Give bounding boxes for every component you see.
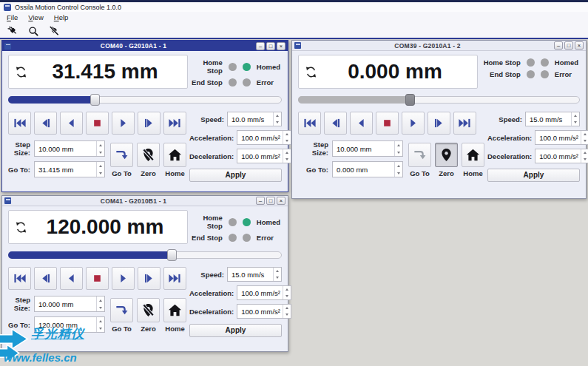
speed-input[interactable]: 15.0 mm/s <box>525 112 580 126</box>
deceleration-input[interactable]: 100.0 mm/s² <box>237 149 291 163</box>
minimize-button[interactable]: – <box>256 42 265 50</box>
spin-down-icon[interactable] <box>283 293 291 299</box>
stop-button[interactable] <box>86 267 109 290</box>
play-forward-button[interactable] <box>112 267 135 290</box>
maximize-button[interactable]: □ <box>266 197 275 205</box>
close-button[interactable]: × <box>575 41 584 50</box>
minimize-button[interactable]: – <box>554 41 563 50</box>
slider-handle[interactable] <box>90 94 100 106</box>
detect-devices-magnifier-icon[interactable] <box>27 24 40 38</box>
step-size-input[interactable]: 10.000 mm <box>34 296 105 312</box>
window-titlebar[interactable]: COM40 - G2010A1 - 1 – □ × <box>2 41 288 51</box>
disconnect-plug-icon[interactable] <box>47 24 61 38</box>
spin-down-icon[interactable] <box>395 169 402 177</box>
apply-button[interactable]: Apply <box>189 169 282 182</box>
position-slider[interactable] <box>8 249 282 261</box>
play-forward-button[interactable] <box>402 112 425 135</box>
step-back-button[interactable] <box>34 267 57 290</box>
maximize-button[interactable]: □ <box>266 42 275 50</box>
slider-handle[interactable] <box>167 249 177 261</box>
home-button[interactable] <box>163 298 186 322</box>
spin-up-icon[interactable] <box>572 112 579 119</box>
spin-down-icon[interactable] <box>274 119 281 126</box>
jog-back-button[interactable] <box>60 112 83 135</box>
connect-plug-icon[interactable] <box>6 24 19 38</box>
step-forward-button[interactable] <box>428 112 450 135</box>
spin-up-icon[interactable] <box>97 296 104 304</box>
spin-down-icon[interactable] <box>581 138 588 144</box>
step-back-button[interactable] <box>324 112 347 135</box>
spin-down-icon[interactable] <box>395 149 402 156</box>
stop-button[interactable] <box>376 112 399 135</box>
spin-down-icon[interactable] <box>572 119 579 126</box>
play-forward-button[interactable] <box>112 112 135 135</box>
home-button[interactable] <box>462 143 484 167</box>
spin-up-icon[interactable] <box>395 141 402 149</box>
minimize-button[interactable]: – <box>256 197 265 205</box>
spin-down-icon[interactable] <box>97 149 104 156</box>
go-to-button[interactable] <box>408 143 431 167</box>
spin-up-icon[interactable] <box>283 131 291 138</box>
step-back-button[interactable] <box>34 112 57 135</box>
skip-to-end-button[interactable] <box>453 112 476 135</box>
close-button[interactable]: × <box>277 42 285 50</box>
spin-up-icon[interactable] <box>283 149 291 156</box>
menu-help[interactable]: Help <box>50 13 73 22</box>
skip-to-start-button[interactable] <box>8 267 31 290</box>
menu-file[interactable]: File <box>2 13 22 22</box>
stop-button[interactable] <box>86 112 109 135</box>
spin-up-icon[interactable] <box>97 141 104 149</box>
spin-down-icon[interactable] <box>274 274 281 281</box>
acceleration-input[interactable]: 100.0 mm/s² <box>237 130 291 145</box>
go-to-input[interactable]: 120.000 mm <box>34 316 105 333</box>
speed-input[interactable]: 15.0 mm/s <box>227 267 282 282</box>
step-size-input[interactable]: 10.000 mm <box>34 140 105 157</box>
zero-button[interactable] <box>137 143 160 167</box>
spin-up-icon[interactable] <box>274 112 281 119</box>
skip-to-end-button[interactable] <box>163 112 186 135</box>
spin-up-icon[interactable] <box>97 162 104 169</box>
position-slider[interactable] <box>298 94 580 106</box>
skip-to-start-button[interactable] <box>8 112 31 135</box>
spin-down-icon[interactable] <box>283 138 291 144</box>
speed-input[interactable]: 10.0 mm/s <box>227 112 282 126</box>
slider-handle[interactable] <box>405 94 415 106</box>
spin-down-icon[interactable] <box>581 156 588 163</box>
step-forward-button[interactable] <box>138 267 160 290</box>
close-button[interactable]: × <box>277 197 285 205</box>
apply-button[interactable]: Apply <box>189 324 282 337</box>
acceleration-input[interactable]: 100.0 mm/s² <box>237 285 291 300</box>
spin-up-icon[interactable] <box>581 149 588 156</box>
deceleration-input[interactable]: 100.0 mm/s² <box>237 304 291 319</box>
go-to-input[interactable]: 31.415 mm <box>34 161 105 177</box>
spin-up-icon[interactable] <box>581 131 588 138</box>
spin-up-icon[interactable] <box>97 317 104 325</box>
acceleration-input[interactable]: 100.0 mm/s² <box>535 130 588 145</box>
go-to-input[interactable]: 0.000 mm <box>332 161 403 177</box>
window-titlebar[interactable]: COM39 - G2010A1 - 2 – □ × <box>292 41 586 51</box>
zero-button[interactable] <box>435 143 458 167</box>
zero-button[interactable] <box>137 298 160 322</box>
home-button[interactable] <box>163 143 186 167</box>
go-to-button[interactable] <box>110 298 133 322</box>
spin-down-icon[interactable] <box>283 311 291 318</box>
spin-up-icon[interactable] <box>274 268 281 274</box>
spin-up-icon[interactable] <box>283 286 291 293</box>
deceleration-input[interactable]: 100.0 mm/s² <box>535 149 588 163</box>
spin-down-icon[interactable] <box>97 304 104 311</box>
menu-view[interactable]: View <box>24 13 47 22</box>
step-size-input[interactable]: 10.000 mm <box>332 140 403 157</box>
spin-down-icon[interactable] <box>97 169 104 177</box>
spin-down-icon[interactable] <box>283 156 291 163</box>
jog-back-button[interactable] <box>60 267 83 290</box>
window-titlebar[interactable]: COM41 - G2010B1 - 1 – □ × <box>2 196 288 206</box>
spin-up-icon[interactable] <box>395 162 402 169</box>
skip-to-start-button[interactable] <box>298 112 321 135</box>
jog-back-button[interactable] <box>350 112 373 135</box>
apply-button[interactable]: Apply <box>487 169 580 182</box>
go-to-button[interactable] <box>110 143 133 167</box>
spin-down-icon[interactable] <box>97 325 104 332</box>
skip-to-end-button[interactable] <box>163 267 186 290</box>
maximize-button[interactable]: □ <box>564 41 573 50</box>
position-slider[interactable] <box>8 94 282 106</box>
